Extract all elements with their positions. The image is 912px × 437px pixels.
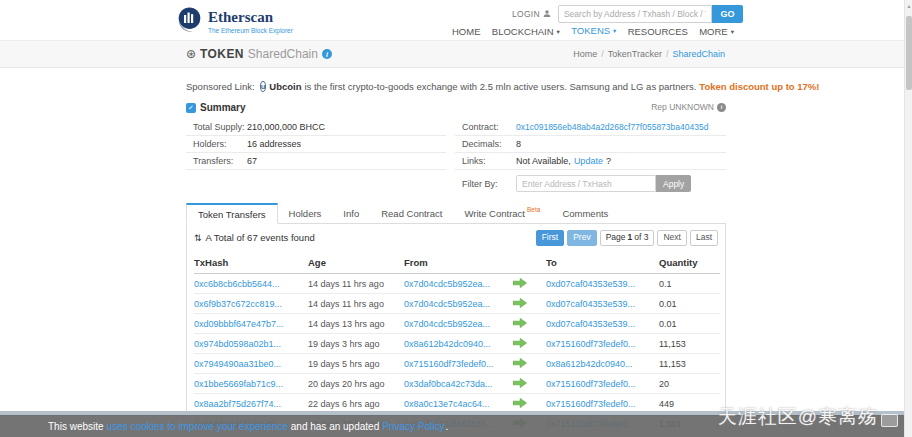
- chevron-down-icon: ▾: [557, 28, 560, 36]
- txhash-link[interactable]: 0x6f9b37c672cc819...: [194, 299, 282, 309]
- tab-holders[interactable]: Holders: [278, 203, 333, 223]
- summary-row-contract: Contract: 0x1c091856eb48ab4a2d268cf77f05…: [455, 119, 726, 136]
- age-cell: 14 days 11 hrs ago: [308, 293, 404, 313]
- tab-info[interactable]: Info: [332, 203, 370, 223]
- sponsored-cta-link[interactable]: Token discount up to 17%!: [699, 81, 819, 92]
- summary-right-column: Contract: 0x1c091856eb48ab4a2d268cf77f05…: [455, 119, 726, 195]
- col-age: Age: [308, 253, 404, 274]
- col-quantity: Quantity: [659, 253, 720, 274]
- page-indicator: Page1of 3: [600, 230, 655, 246]
- to-address-link[interactable]: 0xd07caf04353e539...: [546, 319, 635, 329]
- to-address-link[interactable]: 0xd07caf04353e539...: [546, 299, 635, 309]
- from-address-link[interactable]: 0x8a612b42dc0940...: [404, 339, 491, 349]
- main-content: Sponsored Link: u Ubcoin is the first cr…: [186, 81, 726, 437]
- cookies-link[interactable]: uses cookies to improve your experience: [107, 421, 288, 432]
- from-address-link[interactable]: 0x8a0c13e7c4ac64...: [404, 399, 490, 409]
- logo-title: Etherscan: [208, 10, 293, 25]
- col-from: From: [404, 253, 513, 274]
- token-transfers-panel: ⇅ A Total of 67 events found First Prev …: [186, 224, 726, 437]
- check-icon: ✓: [186, 103, 196, 113]
- to-address-link[interactable]: 0x715160df73fedef0...: [546, 399, 636, 409]
- age-cell: 22 days 6 hrs ago: [308, 393, 404, 413]
- tab-write-contract[interactable]: Write Contract Beta: [453, 203, 551, 223]
- txhash-link[interactable]: 0x8aa2bf75d267f74...: [194, 399, 281, 409]
- token-badge-label: TOKEN: [200, 47, 244, 61]
- pagination-next-button[interactable]: Next: [657, 230, 686, 246]
- quantity-cell: 0.1: [659, 273, 720, 293]
- contract-address-link[interactable]: 0x1c091856eb48ab4a2d268cf77f055873ba4043…: [516, 122, 708, 132]
- age-cell: 14 days 11 hrs ago: [308, 273, 404, 293]
- search-input[interactable]: [558, 5, 712, 23]
- col-txhash: TxHash: [194, 253, 308, 274]
- quantity-cell: 449: [659, 393, 720, 413]
- col-arrow: [513, 253, 546, 274]
- summary-row-links: Links: Not Available, Update ?: [455, 153, 726, 170]
- pagination-prev-button[interactable]: Prev: [567, 230, 596, 246]
- transfer-arrow-icon: [513, 398, 527, 408]
- events-total: A Total of 67 events found: [206, 232, 315, 243]
- breadcrumb-current[interactable]: SharedChain: [672, 49, 725, 59]
- filter-input[interactable]: [516, 175, 656, 192]
- to-address-link[interactable]: 0x715160df73fedef0...: [546, 379, 636, 389]
- top-header: Etherscan The Ethereum Block Explorer LO…: [0, 0, 912, 40]
- quantity-cell: 11,153: [659, 333, 720, 353]
- sponsored-text: is the first crypto-to-goods exchange wi…: [304, 81, 696, 92]
- age-cell: 20 days 20 hrs ago: [308, 373, 404, 393]
- vertical-scrollbar[interactable]: ▲: [904, 0, 912, 437]
- beta-badge: Beta: [527, 206, 540, 213]
- table-row: 0x6f9b37c672cc819... 14 days 11 hrs ago …: [194, 293, 720, 313]
- sponsored-label: Sponsored Link:: [186, 81, 255, 92]
- info-icon[interactable]: i: [717, 103, 726, 112]
- update-link[interactable]: Update: [574, 156, 603, 166]
- ubcoin-icon: u: [260, 81, 267, 92]
- ubcoin-link[interactable]: Ubcoin: [269, 81, 301, 92]
- watermark-icon: [881, 414, 898, 427]
- info-icon[interactable]: i: [322, 49, 332, 59]
- from-address-link[interactable]: 0x715160df73fedef0...: [404, 359, 494, 369]
- page-title-bar: ⊛ TOKEN SharedChain i Home / TokenTracke…: [0, 40, 912, 68]
- tab-token-transfers[interactable]: Token Transfers: [186, 203, 278, 224]
- summary-row-total-supply: Total Supply: 210,000,000 BHCC: [186, 119, 446, 136]
- search-go-button[interactable]: GO: [712, 5, 743, 23]
- page-title: ⊛ TOKEN SharedChain i: [186, 41, 332, 67]
- summary-row-filter: Filter By: Apply: [455, 170, 726, 195]
- to-address-link[interactable]: 0x8a612b42dc0940...: [546, 359, 633, 369]
- token-badge-icon: ⊛: [186, 47, 196, 61]
- table-row: 0x7949490aa31be0... 19 days 5 hrs ago 0x…: [194, 353, 720, 373]
- txhash-link[interactable]: 0x1bbe5669fab71c9...: [194, 379, 283, 389]
- txhash-link[interactable]: 0xd09bbbf647e47b7...: [194, 319, 284, 329]
- from-address-link[interactable]: 0x3daf0bca42c73da...: [404, 379, 493, 389]
- watermark: 天涯社区@寒离殇: [718, 404, 898, 430]
- pagination-last-button[interactable]: Last: [690, 230, 718, 246]
- privacy-policy-link[interactable]: Privacy Policy: [382, 421, 444, 432]
- breadcrumb-tokentracker[interactable]: TokenTracker: [608, 49, 662, 59]
- to-address-link[interactable]: 0x715160df73fedef0...: [546, 339, 636, 349]
- col-to: To: [546, 253, 659, 274]
- sponsored-link-row: Sponsored Link: u Ubcoin is the first cr…: [186, 81, 726, 92]
- chevron-down-icon: ▾: [613, 27, 616, 35]
- summary-title: Summary: [200, 102, 246, 113]
- summary-row-holders: Holders: 16 addresses: [186, 136, 446, 153]
- summary-row-transfers: Transfers: 67: [186, 153, 446, 170]
- txhash-link[interactable]: 0x7949490aa31be0...: [194, 359, 281, 369]
- chevron-down-icon: ▾: [731, 28, 734, 36]
- pagination-first-button[interactable]: First: [536, 230, 565, 246]
- etherscan-logo[interactable]: Etherscan The Ethereum Block Explorer: [176, 6, 293, 37]
- reputation-badge: Rep UNKNOWN i: [651, 102, 726, 112]
- summary-header: ✓ Summary Rep UNKNOWN i: [186, 102, 726, 113]
- from-address-link[interactable]: 0x7d04cdc5b952ea...: [404, 319, 490, 329]
- login-link[interactable]: LOGIN: [512, 9, 551, 20]
- txhash-link[interactable]: 0x974bd0598a02b1...: [194, 339, 281, 349]
- txhash-link[interactable]: 0xc6b8cb6cbb5644...: [194, 279, 280, 289]
- from-address-link[interactable]: 0x7d04cdc5b952ea...: [404, 279, 490, 289]
- tab-comments[interactable]: Comments: [551, 203, 619, 223]
- tab-bar: Token Transfers Holders Info Read Contra…: [186, 203, 726, 224]
- to-address-link[interactable]: 0xd07caf04353e539...: [546, 279, 635, 289]
- scrollbar-thumb[interactable]: [906, 16, 912, 90]
- from-address-link[interactable]: 0x7d04cdc5b952ea...: [404, 299, 490, 309]
- breadcrumb-home[interactable]: Home: [573, 49, 597, 59]
- tab-read-contract[interactable]: Read Contract: [370, 203, 453, 223]
- apply-button[interactable]: Apply: [656, 175, 691, 192]
- scroll-up-icon[interactable]: ▲: [905, 3, 912, 9]
- table-row: 0x1bbe5669fab71c9... 20 days 20 hrs ago …: [194, 373, 720, 393]
